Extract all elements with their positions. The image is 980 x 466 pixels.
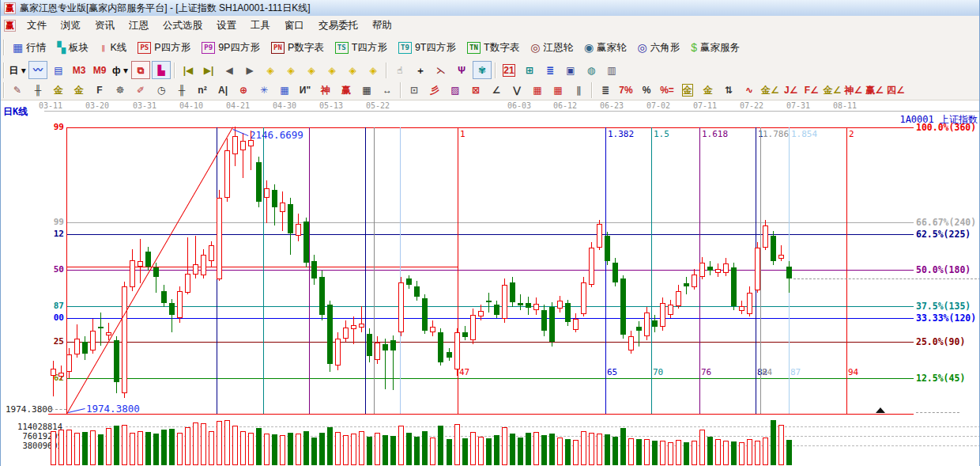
si-angle-icon[interactable]: 四∠: [886, 81, 906, 99]
quotes-button[interactable]: ▦行情: [8, 39, 51, 57]
notes-icon[interactable]: ≣: [541, 61, 560, 79]
menu-item-3[interactable]: 江恩: [122, 17, 156, 35]
gann-fan-icon[interactable]: 彡: [425, 81, 444, 99]
trend-wave-icon[interactable]: 〰: [28, 61, 47, 79]
menu-item-5[interactable]: 设置: [209, 17, 243, 35]
sectors-button[interactable]: ▚板块: [52, 39, 93, 57]
menu-item-0[interactable]: 文件: [20, 17, 54, 35]
draw-compass-icon[interactable]: ✎: [8, 81, 27, 99]
fibonacci-icon[interactable]: F: [90, 81, 109, 99]
histogram-icon[interactable]: ▙: [152, 61, 171, 79]
circle-cross-icon[interactable]: ⊕: [234, 81, 253, 99]
9p-square-button[interactable]: P99P四方形: [197, 39, 265, 57]
ying-tool-icon[interactable]: 赢: [337, 81, 356, 99]
last-bar-icon[interactable]: ▶|: [199, 61, 218, 79]
f-angle-icon[interactable]: F∠: [802, 81, 821, 99]
updown-icon[interactable]: ⇅: [719, 81, 738, 99]
p-number-table-button[interactable]: PNP数字表: [266, 39, 329, 57]
red-grid-icon[interactable]: ▦: [528, 81, 547, 99]
crosshair-icon[interactable]: ＋: [411, 61, 430, 79]
k-mark-icon[interactable]: И": [296, 81, 315, 99]
kline-button[interactable]: ॥K线: [95, 39, 131, 57]
gold2-angle-icon[interactable]: 金∠: [823, 81, 842, 99]
n-square-icon[interactable]: n²: [193, 81, 212, 99]
ruler-grid-icon[interactable]: ▦: [357, 81, 376, 99]
calculator-icon[interactable]: ⊞: [520, 61, 539, 79]
zoom-compress-diamond-icon[interactable]: ◈: [322, 61, 341, 79]
gold-circle-icon[interactable]: 金: [678, 81, 697, 99]
pitchfork-icon[interactable]: Ψ: [452, 61, 471, 79]
wave-tool-icon[interactable]: ∿: [740, 81, 759, 99]
next-bar-icon[interactable]: ▶: [240, 61, 259, 79]
time-lines-icon[interactable]: ╫: [172, 81, 191, 99]
computer-icon[interactable]: ▥: [602, 61, 621, 79]
shen-angle-icon[interactable]: 神∠: [844, 81, 864, 99]
box-select-icon[interactable]: ⊡: [405, 81, 424, 99]
candle-style-dropdown[interactable]: ф ▾: [111, 61, 130, 79]
menu-item-6[interactable]: 工具: [243, 17, 277, 35]
wave-v-icon[interactable]: ⋁: [507, 81, 526, 99]
wave9-icon[interactable]: M9: [90, 61, 109, 79]
menu-item-4[interactable]: 公式选股: [156, 17, 209, 35]
zoom-right-diamond-icon[interactable]: ◈: [281, 61, 300, 79]
angle-measure-icon[interactable]: ⋋: [432, 61, 450, 79]
gann-brain-icon[interactable]: ✾: [473, 61, 492, 79]
menu-item-7[interactable]: 窗口: [277, 17, 311, 35]
grid-box-icon[interactable]: ▦: [275, 81, 294, 99]
gann-square-icon[interactable]: ⊠: [466, 81, 485, 99]
percent-eq-icon[interactable]: %=: [658, 81, 677, 99]
compass2-icon[interactable]: ✐: [131, 81, 150, 99]
gold-lines-icon[interactable]: 金: [49, 81, 68, 99]
menu-item-2[interactable]: 资讯: [88, 17, 122, 35]
save-icon[interactable]: ▣: [561, 61, 580, 79]
t-number-table-button[interactable]: TNT数字表: [462, 39, 524, 57]
calendar-21-icon[interactable]: 21: [499, 61, 518, 79]
zoom-h-diamond-icon[interactable]: ◈: [302, 61, 321, 79]
winner-wheel-button[interactable]: ◉赢家轮: [579, 39, 631, 57]
map-icon[interactable]: ⧉: [131, 61, 150, 79]
p-square-button[interactable]: PSP四方形: [133, 39, 195, 57]
gold-box-icon[interactable]: 金: [70, 81, 89, 99]
h-measure-icon[interactable]: ↔: [378, 81, 397, 99]
parallel-lines-icon[interactable]: ∥: [569, 81, 588, 99]
ying-angle-icon[interactable]: 赢∠: [865, 81, 884, 99]
price-ruler-icon[interactable]: ≣: [596, 81, 615, 99]
percent-line-icon[interactable]: 7%: [616, 81, 635, 99]
candle-wick: [765, 220, 766, 250]
export-web-icon[interactable]: ◍: [582, 61, 601, 79]
shen-tool-icon[interactable]: 神: [316, 81, 335, 99]
starburst-icon[interactable]: ✳: [254, 81, 273, 99]
menu-item-9[interactable]: 帮助: [365, 17, 399, 35]
gann-wheel-button[interactable]: ◎江恩轮: [526, 39, 578, 57]
title-bar[interactable]: 赢 赢家江恩专业版[赢家内部服务平台] - [上证指数 SH1A0001-111…: [1, 0, 980, 17]
circle-cross-icon: ⊕: [239, 85, 247, 96]
menu-item-1[interactable]: 浏览: [54, 17, 88, 35]
f10-info-icon[interactable]: ▤: [49, 61, 68, 79]
period-day-dropdown[interactable]: 日 ▾: [8, 61, 27, 79]
gold-angle-icon[interactable]: 金∠: [760, 81, 780, 99]
winner-service-button[interactable]: $赢家服务: [686, 39, 744, 57]
cycle-clock-icon[interactable]: ◷: [152, 81, 171, 99]
percent-icon[interactable]: %: [637, 81, 656, 99]
gold-line2-icon[interactable]: 金: [699, 81, 718, 99]
hand-pan-icon[interactable]: ☝: [390, 61, 409, 79]
red-grid2-icon[interactable]: ▦: [548, 81, 567, 99]
gann-box-icon[interactable]: ▨: [446, 81, 465, 99]
j-angle-icon[interactable]: J∠: [782, 81, 801, 99]
symbol-label[interactable]: 1A0001 上证指数: [899, 113, 978, 127]
prev-bar-icon[interactable]: ◀: [220, 61, 239, 79]
angle-a-icon[interactable]: A|: [213, 81, 232, 99]
zoom-expand-diamond-icon[interactable]: ◈: [343, 61, 362, 79]
period-mode-label[interactable]: 日K线: [3, 105, 28, 119]
wave3-icon[interactable]: M3: [70, 61, 89, 79]
vertical-lines-icon[interactable]: ╫: [28, 81, 47, 99]
hexagon-button[interactable]: ◎六角形: [633, 39, 685, 57]
spiral-icon[interactable]: ☸: [111, 81, 130, 99]
zoom-fit-diamond-icon[interactable]: ◈: [364, 61, 383, 79]
9t-square-button[interactable]: T99T四方形: [394, 39, 461, 57]
t-square-button[interactable]: TST四方形: [330, 39, 392, 57]
angle-lines-icon[interactable]: ∠: [487, 81, 506, 99]
first-bar-icon[interactable]: |◀: [179, 61, 198, 79]
zoom-left-diamond-icon[interactable]: ◈: [261, 61, 280, 79]
menu-item-8[interactable]: 交易委托: [311, 17, 365, 35]
